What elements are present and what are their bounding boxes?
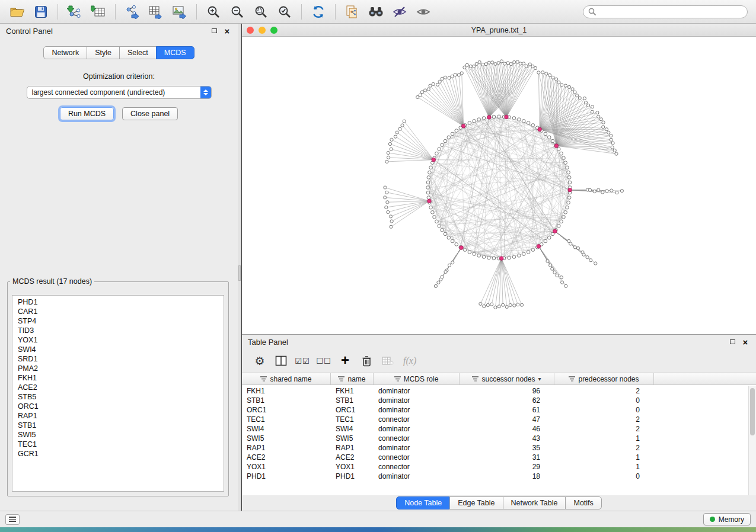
tab-node-table[interactable]: Node Table: [396, 496, 450, 509]
result-item[interactable]: ACE2: [18, 383, 218, 392]
column-header-predecessor-nodes[interactable]: predecessor nodes: [554, 373, 654, 384]
table-cell: RAP1: [331, 443, 374, 453]
float-panel-button[interactable]: [209, 26, 219, 36]
table-toolbar: ⚙ ☑☑ ☐☐ + f(x): [242, 349, 756, 373]
table-cell: TEC1: [331, 415, 374, 424]
table-row[interactable]: TEC1TEC1connector472: [242, 415, 756, 424]
deselect-all-icon: ☐☐: [316, 357, 331, 366]
export-network-button[interactable]: [121, 3, 143, 21]
result-item[interactable]: STB1: [18, 421, 218, 430]
zoom-fit-button[interactable]: [250, 3, 272, 21]
save-icon: [34, 5, 47, 18]
import-network-button[interactable]: [63, 3, 86, 21]
export-image-icon: [172, 5, 187, 19]
tab-network-table[interactable]: Network Table: [503, 496, 566, 509]
select-all-rows-button[interactable]: ☑☑: [293, 352, 312, 370]
tab-motifs[interactable]: Motifs: [565, 496, 601, 509]
mcds-result-list[interactable]: PHD1CAR1STP4TID3YOX1SWI4SRD1PMA2FKH1ACE2…: [12, 295, 224, 492]
table-vertical-scrollbar[interactable]: [748, 386, 756, 495]
table-cell: connector: [374, 462, 460, 472]
result-item[interactable]: PMA2: [18, 364, 218, 373]
table-settings-button[interactable]: ⚙: [250, 352, 269, 370]
copy-view-button[interactable]: [341, 3, 363, 21]
delete-column-button[interactable]: [357, 352, 376, 370]
float-table-panel-button[interactable]: [728, 337, 737, 347]
zoom-selected-button[interactable]: [273, 3, 296, 21]
search-input[interactable]: [600, 7, 742, 17]
search-network-button[interactable]: [365, 3, 387, 21]
network-window-title: YPA_prune.txt_1: [242, 26, 756, 34]
column-header-name[interactable]: name: [331, 373, 374, 384]
table-row[interactable]: ACE2ACE2connector311: [242, 453, 756, 462]
toggle-columns-button[interactable]: [272, 352, 291, 370]
search-icon: [588, 8, 596, 16]
column-header-shared-name[interactable]: shared name: [242, 373, 331, 384]
run-mcds-button[interactable]: Run MCDS: [60, 107, 114, 120]
result-item[interactable]: TEC1: [18, 440, 218, 449]
result-item[interactable]: GCR1: [18, 449, 218, 459]
zoom-out-button[interactable]: [226, 3, 248, 21]
close-panel-button[interactable]: ×: [222, 26, 232, 36]
result-item[interactable]: CAR1: [18, 307, 218, 316]
save-session-button[interactable]: [30, 3, 52, 21]
table-row[interactable]: ORC1ORC1dominator610: [242, 405, 756, 415]
tab-style[interactable]: Style: [87, 46, 120, 59]
apply-layout-button[interactable]: [307, 3, 330, 21]
table-cell: STB1: [242, 396, 331, 405]
table-row[interactable]: RAP1RAP1dominator352: [242, 443, 756, 453]
tab-select[interactable]: Select: [119, 46, 157, 59]
result-item[interactable]: RAP1: [18, 411, 218, 421]
scrollbar-thumb[interactable]: [750, 388, 755, 435]
optimization-criterion-select[interactable]: largest connected component (undirected): [27, 86, 212, 99]
hide-graphics-details-button[interactable]: [388, 3, 411, 21]
table-row[interactable]: SWI5SWI5connector431: [242, 434, 756, 443]
table-row[interactable]: PHD1PHD1dominator180: [242, 472, 756, 481]
show-graphics-details-button[interactable]: [412, 3, 435, 21]
column-label: successor nodes: [481, 375, 535, 383]
splitter-grip[interactable]: [238, 265, 241, 281]
deselect-all-rows-button[interactable]: ☐☐: [314, 352, 333, 370]
result-item[interactable]: STB5: [18, 392, 218, 402]
tab-mcds[interactable]: MCDS: [156, 46, 194, 59]
open-session-button[interactable]: [6, 3, 28, 21]
zoom-fit-icon: [254, 5, 268, 19]
table-cell: PHD1: [331, 472, 374, 481]
result-item[interactable]: SWI5: [18, 430, 218, 440]
binoculars-icon: [368, 5, 384, 18]
network-canvas[interactable]: [242, 37, 756, 334]
close-panel-action-button[interactable]: Close panel: [122, 107, 178, 120]
result-item[interactable]: PHD1: [18, 297, 218, 307]
table-row[interactable]: SWI4SWI4dominator462: [242, 424, 756, 434]
table-row[interactable]: FKH1FKH1dominator962: [242, 386, 756, 396]
export-image-button[interactable]: [168, 3, 191, 21]
result-item[interactable]: TID3: [18, 326, 218, 335]
column-type-icon: [260, 376, 267, 382]
column-header-successor-nodes[interactable]: successor nodes ▾: [460, 373, 554, 384]
result-item[interactable]: ORC1: [18, 402, 218, 411]
result-item[interactable]: SRD1: [18, 354, 218, 364]
sort-descending-icon[interactable]: ▾: [538, 376, 541, 382]
global-search-box[interactable]: [583, 5, 748, 18]
tab-network[interactable]: Network: [43, 46, 87, 59]
result-item[interactable]: FKH1: [18, 373, 218, 383]
import-table-button[interactable]: [87, 3, 110, 21]
tab-edge-table[interactable]: Edge Table: [449, 496, 503, 509]
close-table-panel-button[interactable]: ×: [741, 337, 750, 347]
column-header-mcds-role[interactable]: MCDS role: [374, 373, 460, 384]
table-cell: 31: [460, 453, 554, 462]
result-item[interactable]: SWI4: [18, 345, 218, 354]
eye-icon: [416, 5, 431, 18]
result-item[interactable]: STP4: [18, 316, 218, 326]
export-table-button[interactable]: [145, 3, 167, 21]
table-row[interactable]: STB1STB1dominator620: [242, 396, 756, 405]
main-toolbar: [0, 0, 756, 24]
plus-icon: +: [341, 352, 349, 368]
node-table: shared name name MCDS role successor nod…: [242, 373, 756, 495]
table-row[interactable]: YOX1YOX1connector291: [242, 462, 756, 472]
result-item[interactable]: YOX1: [18, 335, 218, 345]
memory-button[interactable]: Memory: [703, 513, 751, 525]
create-column-button[interactable]: +: [336, 352, 355, 370]
table-cell: dominator: [374, 396, 460, 405]
status-menu-button[interactable]: [5, 514, 20, 525]
zoom-in-button[interactable]: [202, 3, 225, 21]
